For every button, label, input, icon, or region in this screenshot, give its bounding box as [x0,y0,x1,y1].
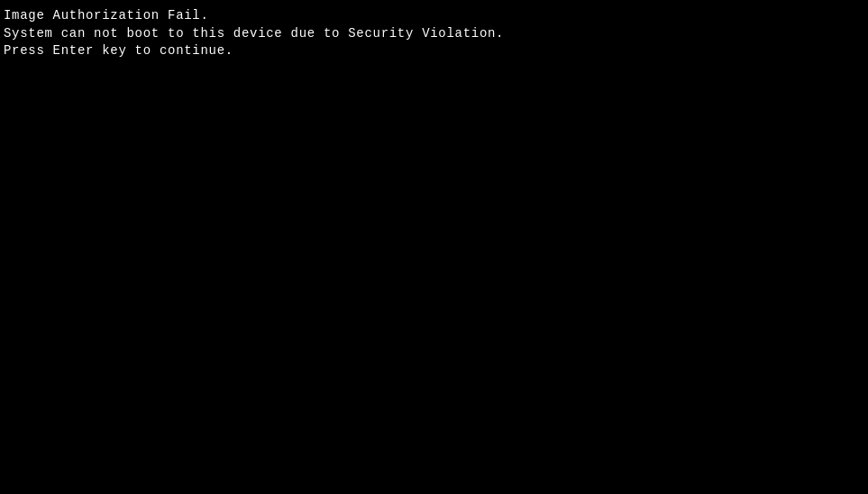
prompt-line: Press Enter key to continue. [4,42,864,60]
boot-screen: Image Authorization Fail. System can not… [0,0,868,494]
error-detail-line: System can not boot to this device due t… [4,25,864,43]
error-title-line: Image Authorization Fail. [4,7,864,25]
